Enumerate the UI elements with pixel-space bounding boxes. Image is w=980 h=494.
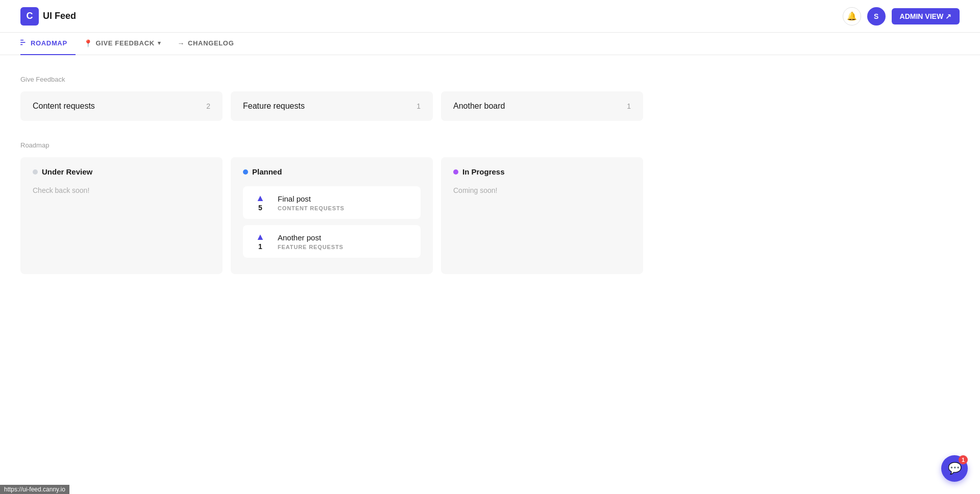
- nav-roadmap[interactable]: ROADMAP: [20, 33, 76, 55]
- roadmap-label: Roadmap: [20, 141, 643, 149]
- nav-changelog[interactable]: → CHANGELOG: [169, 33, 242, 55]
- roadmap-col-header-under-review: Under Review: [33, 167, 210, 176]
- post-info-final-post: Final post CONTENT REQUESTS: [278, 194, 412, 211]
- vote-box-final-post[interactable]: ▲ 5: [251, 193, 270, 212]
- chat-bubble[interactable]: 💬 1: [941, 455, 968, 482]
- svg-rect-2: [20, 44, 22, 45]
- header: C UI Feed 🔔 S ADMIN VIEW ↗: [0, 0, 980, 33]
- roadmap-col-header-planned: Planned: [243, 167, 421, 176]
- board-row: Content requests 2 Feature requests 1 An…: [20, 91, 643, 121]
- roadmap-col-in-progress: In Progress Coming soon!: [441, 157, 643, 274]
- nav: ROADMAP 📍 GIVE FEEDBACK ▾ → CHANGELOG: [0, 33, 980, 55]
- board-card-feature-requests[interactable]: Feature requests 1: [231, 91, 433, 121]
- svg-rect-1: [20, 42, 26, 43]
- roadmap-col-header-in-progress: In Progress: [453, 167, 631, 176]
- roadmap-icon: [20, 39, 28, 47]
- notification-icon: 🔔: [847, 11, 857, 21]
- header-left: C UI Feed: [20, 7, 76, 26]
- vote-arrow-another-post: ▲: [256, 232, 265, 241]
- feedback-icon: 📍: [84, 39, 93, 47]
- changelog-icon: →: [177, 39, 185, 47]
- roadmap-row: Under Review Check back soon! Planned ▲ …: [20, 157, 643, 274]
- svg-rect-0: [20, 40, 23, 41]
- in-progress-empty-text: Coming soon!: [453, 186, 631, 194]
- post-card-another-post[interactable]: ▲ 1 Another post FEATURE REQUESTS: [243, 225, 421, 258]
- status-dot-under-review: [33, 169, 38, 175]
- roadmap-section: Roadmap Under Review Check back soon! Pl…: [20, 141, 643, 274]
- status-dot-in-progress: [453, 169, 458, 175]
- board-card-another-board[interactable]: Another board 1: [441, 91, 643, 121]
- chat-badge: 1: [959, 455, 968, 464]
- admin-view-button[interactable]: ADMIN VIEW ↗: [892, 8, 960, 24]
- header-right: 🔔 S ADMIN VIEW ↗: [843, 7, 960, 26]
- roadmap-col-under-review: Under Review Check back soon!: [20, 157, 223, 274]
- post-card-final-post[interactable]: ▲ 5 Final post CONTENT REQUESTS: [243, 186, 421, 219]
- vote-box-another-post[interactable]: ▲ 1: [251, 232, 270, 251]
- avatar[interactable]: S: [867, 7, 886, 26]
- give-feedback-section: Give Feedback Content requests 2 Feature…: [20, 76, 643, 121]
- under-review-empty-text: Check back soon!: [33, 186, 210, 194]
- vote-arrow-final-post: ▲: [256, 193, 265, 203]
- board-card-content-requests[interactable]: Content requests 2: [20, 91, 223, 121]
- notification-button[interactable]: 🔔: [843, 7, 861, 26]
- roadmap-col-planned: Planned ▲ 5 Final post CONTENT REQUESTS: [231, 157, 433, 274]
- chat-icon: 💬: [948, 462, 962, 475]
- give-feedback-label: Give Feedback: [20, 76, 643, 83]
- status-dot-planned: [243, 169, 248, 175]
- app-title: UI Feed: [43, 11, 76, 21]
- post-info-another-post: Another post FEATURE REQUESTS: [278, 233, 412, 250]
- chevron-down-icon: ▾: [158, 40, 161, 46]
- status-bar: https://ui-feed.canny.io: [0, 485, 69, 494]
- logo: C: [20, 7, 39, 26]
- main-content: Give Feedback Content requests 2 Feature…: [0, 55, 664, 294]
- nav-give-feedback[interactable]: 📍 GIVE FEEDBACK ▾: [76, 33, 169, 55]
